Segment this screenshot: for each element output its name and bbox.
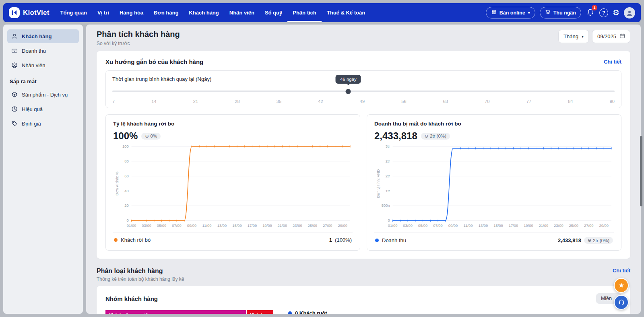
user-icon	[11, 33, 18, 39]
segment-label: Khách cần quan tâm	[109, 313, 243, 314]
nav-item-phan-tich[interactable]: Phân tích	[287, 3, 322, 22]
nav-item-so-quy[interactable]: Sổ quỹ	[260, 3, 287, 22]
date-value: 09/2025	[597, 33, 616, 39]
sidebar-item-label: Hiệu quả	[22, 106, 43, 112]
churn-change-badge: 0%	[141, 133, 161, 140]
support-button[interactable]	[614, 295, 629, 310]
loyal-count: 0	[295, 310, 298, 314]
navbar-actions: Bán online ▾ Thu ngân 1 ? ⚙	[486, 7, 635, 19]
main-menu: Tổng quan Vị trí Hàng hóa Đơn hàng Khách…	[55, 3, 371, 22]
sidebar-item-label: Khách hàng	[22, 33, 52, 39]
svg-text:20: 20	[124, 203, 128, 208]
svg-text:29/09: 29/09	[338, 223, 348, 228]
revenue-change-badge: 2tr (0%)	[421, 133, 450, 140]
slider-tick-label: 90	[610, 99, 615, 104]
settings-button[interactable]: ⚙	[613, 9, 619, 16]
retention-slider[interactable]: 46 ngày	[112, 89, 615, 96]
slider-tick-label: 21	[193, 99, 198, 104]
svg-text:40: 40	[124, 189, 128, 193]
customer-segment[interactable]: Khách cần quan tâm80.77%	[105, 310, 246, 314]
slider-tick-label: 84	[568, 99, 573, 104]
slider-tick-label: 77	[526, 99, 531, 104]
kiotviet-logo-icon	[9, 7, 20, 18]
pie-icon	[11, 106, 18, 112]
nav-item-nhan-vien[interactable]: Nhân viên	[224, 3, 260, 22]
star-icon: ★	[618, 281, 624, 290]
date-picker[interactable]: 09/2025	[592, 30, 630, 43]
question-icon: ?	[602, 10, 605, 16]
sidebar-item-doanh-thu[interactable]: Doanh thu	[7, 44, 79, 58]
svg-text:19/09: 19/09	[262, 223, 272, 228]
box-icon	[11, 91, 18, 98]
loyal-legend-dot	[288, 311, 292, 314]
promo-star-button[interactable]: ★	[614, 278, 629, 293]
sidebar-item-khach-hang[interactable]: Khách hàng	[7, 29, 79, 43]
nav-item-thue-ke-toan[interactable]: Thuế & Kế toán	[322, 3, 370, 22]
slider-ticks: 7142128354249566370778490	[112, 99, 615, 104]
ban-online-label: Bán online	[500, 10, 525, 16]
nav-item-don-hang[interactable]: Đơn hàng	[149, 3, 184, 22]
customer-segment[interactable]: Khách đã ...15.38%	[247, 310, 273, 314]
slider-tick-label: 56	[401, 99, 406, 104]
period-selector[interactable]: Tháng ▾	[558, 30, 589, 43]
notifications-button[interactable]: 1	[586, 7, 595, 18]
svg-text:21/09: 21/09	[539, 223, 549, 228]
svg-text:13/09: 13/09	[479, 223, 488, 228]
segment-label: Khách đã ...	[250, 313, 270, 314]
top-navbar: KiotViet Tổng quan Vị trí Hàng hóa Đơn h…	[3, 3, 641, 22]
svg-text:07/09: 07/09	[433, 223, 443, 228]
sidebar-item-nhan-vien[interactable]: Nhân viên	[7, 58, 79, 72]
help-button[interactable]: ?	[599, 8, 608, 17]
svg-text:11/09: 11/09	[464, 223, 473, 228]
svg-text:60: 60	[124, 174, 128, 178]
churn-line-chart[interactable]: 02040608010001/0903/0905/0907/0909/0911/…	[113, 143, 353, 230]
sidebar-item-san-pham-dich-vu[interactable]: Sản phẩm - Dịch vụ	[7, 88, 79, 101]
svg-text:Đơn vị tính: VND: Đơn vị tính: VND	[376, 169, 380, 198]
period-label: Tháng	[564, 33, 578, 39]
user-avatar[interactable]	[624, 7, 635, 19]
churn-legend: Khách rời bỏ 1 (100%)	[113, 233, 353, 245]
revenue-line-chart[interactable]: 0500n1tr2tr2tr3tr01/0903/0905/0907/0909/…	[374, 143, 614, 230]
svg-text:29/09: 29/09	[599, 223, 609, 228]
svg-text:23/09: 23/09	[554, 223, 564, 228]
classification-title: Phân loại khách hàng	[97, 268, 184, 275]
svg-text:23/09: 23/09	[293, 223, 302, 228]
svg-text:09/09: 09/09	[448, 223, 458, 228]
slider-tick-label: 49	[360, 99, 365, 104]
ban-online-button[interactable]: Bán online ▾	[486, 7, 535, 19]
scrollbar-thumb[interactable]	[640, 136, 642, 206]
sidebar-item-dinh-gia[interactable]: Định giá	[7, 117, 79, 130]
svg-text:80: 80	[124, 159, 128, 163]
revenue-legend-label: Doanh thu	[382, 237, 406, 243]
sidebar-item-hieu-qua[interactable]: Hiệu quả	[7, 102, 79, 116]
slider-track[interactable]	[112, 91, 615, 92]
svg-text:1tr: 1tr	[386, 189, 390, 193]
svg-text:07/09: 07/09	[172, 223, 182, 228]
slider-tick-label: 7	[112, 99, 115, 104]
coming-soon-header: Sắp ra mắt	[10, 78, 76, 84]
nav-item-khach-hang[interactable]: Khách hàng	[184, 3, 224, 22]
churn-value: 100%	[113, 130, 138, 142]
churn-legend-dot	[114, 238, 118, 242]
revenue-legend-dot	[375, 239, 379, 242]
thu-ngan-button[interactable]: Thu ngân	[540, 7, 581, 19]
slider-tooltip: 46 ngày	[336, 75, 361, 84]
chevron-down-icon: ▾	[582, 35, 584, 39]
svg-text:Đơn vị tính: %: Đơn vị tính: %	[115, 171, 119, 196]
svg-text:01/09: 01/09	[127, 223, 136, 228]
slider-tick-label: 35	[277, 99, 281, 104]
nav-item-tong-quan[interactable]: Tổng quan	[55, 3, 92, 22]
svg-text:27/09: 27/09	[584, 223, 594, 228]
nav-item-hang-hoa[interactable]: Hàng hóa	[114, 3, 149, 22]
retention-slider-box: Thời gian trung bình khách quay lại (Ngà…	[105, 70, 621, 108]
svg-text:15/09: 15/09	[232, 223, 242, 228]
customer-group-title: Nhóm khách hàng	[105, 295, 158, 302]
nav-item-vi-tri[interactable]: Vị trí	[92, 3, 114, 22]
kiotviet-logo[interactable]: KiotViet	[9, 7, 50, 18]
classification-detail-link[interactable]: Chi tiết	[613, 268, 630, 274]
svg-text:09/09: 09/09	[187, 223, 197, 228]
svg-text:3tr: 3tr	[386, 144, 390, 148]
engagement-detail-link[interactable]: Chi tiết	[604, 59, 621, 65]
slider-handle[interactable]	[346, 89, 351, 94]
svg-text:17/09: 17/09	[248, 223, 257, 228]
